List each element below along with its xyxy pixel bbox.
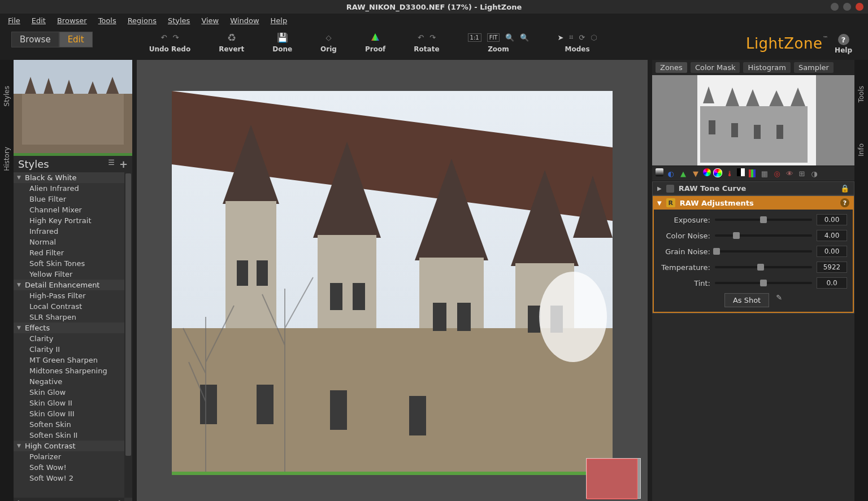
window-close-button[interactable] xyxy=(856,3,863,11)
style-item[interactable]: Midtones Sharpening xyxy=(14,365,132,376)
styles-list[interactable]: Black & WhiteAlien InfraredBlue FilterCh… xyxy=(14,172,132,501)
tool-clone-icon[interactable]: ⊞ xyxy=(797,168,807,178)
left-tab-styles[interactable]: Styles xyxy=(2,82,12,110)
window-minimize-button[interactable] xyxy=(831,3,839,11)
zoom-in-icon[interactable]: 🔍 xyxy=(505,33,514,42)
tool-channels-icon[interactable] xyxy=(747,168,757,178)
left-tab-history[interactable]: History xyxy=(2,143,12,175)
style-group[interactable]: High Contrast xyxy=(14,441,132,451)
tab-zones[interactable]: Zones xyxy=(656,62,687,73)
style-item[interactable]: Red Filter xyxy=(14,247,132,258)
tool-noise-icon[interactable]: ▦ xyxy=(760,168,770,178)
menu-file[interactable]: File xyxy=(3,15,25,26)
zoom-1-1-button[interactable]: 1:1 xyxy=(468,33,481,42)
style-item[interactable]: Soft Skin Tones xyxy=(14,258,132,269)
tab-sampler[interactable]: Sampler xyxy=(794,62,834,73)
style-item[interactable]: Soft Wow! 2 xyxy=(14,473,132,483)
right-tab-tools[interactable]: Tools xyxy=(856,82,866,106)
style-item[interactable]: Skin Glow xyxy=(14,387,132,398)
menu-help[interactable]: Help xyxy=(266,15,292,26)
rotate-left-icon[interactable]: ↶ xyxy=(418,33,424,42)
canvas-area[interactable] xyxy=(137,60,648,501)
tool-spot-icon[interactable]: 👁 xyxy=(784,168,795,178)
style-item[interactable]: Skin Glow II xyxy=(14,398,132,408)
style-item[interactable]: Soften Skin II xyxy=(14,430,132,441)
style-item[interactable]: Soft Wow! xyxy=(14,462,132,473)
style-item[interactable]: Clarity xyxy=(14,333,132,344)
as-shot-button[interactable]: As Shot xyxy=(724,293,769,307)
style-item[interactable]: High-Pass Filter xyxy=(14,290,132,301)
tool-redeye-icon[interactable]: ◎ xyxy=(772,168,782,178)
tint-value[interactable]: 0.0 xyxy=(817,277,847,289)
style-item[interactable]: Blue Filter xyxy=(14,194,132,204)
navigator-selection[interactable] xyxy=(587,459,637,499)
style-item[interactable]: Polarizer xyxy=(14,451,132,462)
done-icon[interactable]: 💾 xyxy=(277,32,288,43)
styles-list-view-icon[interactable]: ☰ xyxy=(108,158,115,170)
grain-noise-value[interactable]: 0.00 xyxy=(817,246,847,257)
tool-relight-icon[interactable]: ◐ xyxy=(666,168,676,178)
panel-splitter-left[interactable] xyxy=(132,60,137,501)
menu-browser[interactable]: Browser xyxy=(53,15,92,26)
style-item[interactable]: Clarity II xyxy=(14,344,132,355)
style-item[interactable]: Normal xyxy=(14,237,132,247)
right-tab-info[interactable]: Info xyxy=(856,140,866,160)
styles-scrollbar-horizontal[interactable]: ◀▶ xyxy=(14,498,124,501)
tool-bw-icon[interactable] xyxy=(737,168,745,176)
stack-raw-tone-curve[interactable]: ▶ RAW Tone Curve 🔒 xyxy=(652,181,854,195)
revert-icon[interactable]: ♻ xyxy=(227,32,236,43)
rotate-mode-icon[interactable]: ⟳ xyxy=(579,33,585,42)
color-noise-value[interactable]: 4.00 xyxy=(817,230,847,241)
exposure-slider[interactable] xyxy=(715,219,812,221)
panel-splitter-right[interactable] xyxy=(648,60,652,501)
menu-edit[interactable]: Edit xyxy=(27,15,50,26)
tool-wb-icon[interactable]: 🌡 xyxy=(724,168,735,178)
style-item[interactable]: Negative xyxy=(14,376,132,387)
menu-view[interactable]: View xyxy=(197,15,223,26)
mode-edit-button[interactable]: Edit xyxy=(59,32,93,47)
tab-histogram[interactable]: Histogram xyxy=(743,62,790,73)
menu-regions[interactable]: Regions xyxy=(123,15,161,26)
stack-help-icon[interactable]: ? xyxy=(840,198,849,207)
exposure-value[interactable]: 0.00 xyxy=(817,214,847,225)
tool-raw-icon[interactable]: ◑ xyxy=(809,168,819,178)
color-noise-slider[interactable] xyxy=(715,234,812,237)
tone-curve-checkbox-icon[interactable] xyxy=(666,185,674,193)
eyedropper-icon[interactable]: ✎ xyxy=(776,293,782,307)
redo-icon[interactable]: ↷ xyxy=(172,33,179,42)
temperature-slider[interactable] xyxy=(715,266,812,268)
style-item[interactable]: Yellow Filter xyxy=(14,269,132,280)
tool-blur-icon[interactable]: ▼ xyxy=(691,168,701,178)
orig-icon[interactable]: ◇ xyxy=(326,33,332,42)
mode-browse-button[interactable]: Browse xyxy=(11,32,59,47)
grain-noise-slider[interactable] xyxy=(715,250,812,252)
zoom-fit-button[interactable]: FIT xyxy=(487,33,500,42)
lock-icon[interactable]: 🔒 xyxy=(840,184,849,193)
disclosure-icon[interactable]: ▼ xyxy=(657,200,662,206)
style-group[interactable]: Black & White xyxy=(14,172,132,183)
style-item[interactable]: High Key Portrait xyxy=(14,215,132,226)
tint-slider[interactable] xyxy=(715,282,812,284)
crop-mode-icon[interactable]: ⌗ xyxy=(569,33,573,42)
menu-tools[interactable]: Tools xyxy=(94,15,121,26)
tool-sharpen-icon[interactable]: ▲ xyxy=(678,168,688,178)
tool-hue-icon[interactable] xyxy=(703,168,711,176)
menu-styles[interactable]: Styles xyxy=(163,15,194,26)
styles-scrollbar-vertical[interactable] xyxy=(124,172,132,498)
styles-add-icon[interactable]: + xyxy=(119,158,128,170)
zoom-out-icon[interactable]: 🔍 xyxy=(520,33,529,42)
style-item[interactable]: Infrared xyxy=(14,226,132,237)
proof-icon[interactable] xyxy=(370,32,380,42)
region-mode-icon[interactable]: ⬡ xyxy=(591,33,597,42)
rotate-right-icon[interactable]: ↷ xyxy=(429,33,436,42)
style-item[interactable]: MT Green Sharpen xyxy=(14,355,132,365)
tool-color-balance-icon[interactable] xyxy=(713,168,722,177)
style-item[interactable]: Channel Mixer xyxy=(14,204,132,215)
help-icon[interactable]: ? xyxy=(838,34,849,45)
tool-zonemapper-icon[interactable] xyxy=(656,168,663,176)
style-item[interactable]: Skin Glow III xyxy=(14,408,132,419)
disclosure-icon[interactable]: ▶ xyxy=(657,185,662,191)
style-group[interactable]: Detail Enhancement xyxy=(14,280,132,290)
tab-color-mask[interactable]: Color Mask xyxy=(691,62,740,73)
window-maximize-button[interactable] xyxy=(843,3,851,11)
